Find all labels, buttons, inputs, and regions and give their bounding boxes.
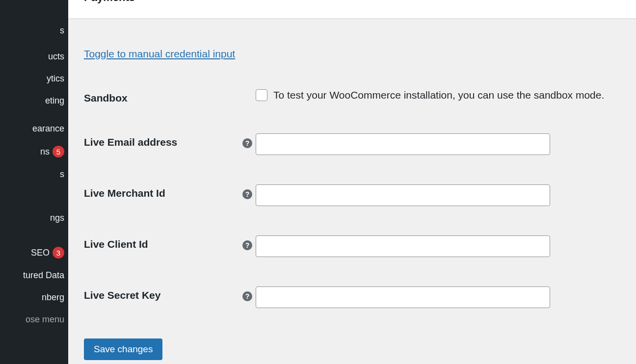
live-client-id-input[interactable] bbox=[256, 235, 550, 257]
page-title: Payments bbox=[84, 0, 135, 4]
sidebar-item-label: s bbox=[60, 26, 64, 36]
field-label: Live Secret Key bbox=[84, 286, 239, 301]
toggle-credential-input-link[interactable]: Toggle to manual credential input bbox=[84, 48, 235, 59]
notification-badge: 3 bbox=[53, 247, 64, 259]
settings-form: Toggle to manual credential input Sandbo… bbox=[68, 19, 636, 364]
sandbox-description: To test your WooCommerce installation, y… bbox=[273, 89, 604, 101]
sidebar-item-label: s bbox=[60, 169, 64, 180]
save-changes-button[interactable]: Save changes bbox=[84, 338, 162, 360]
sidebar-item[interactable]: tured Data bbox=[0, 264, 68, 286]
sidebar-item[interactable]: eting bbox=[0, 90, 68, 112]
field-label: Live Email address bbox=[84, 133, 239, 148]
sidebar-item-label: tured Data bbox=[23, 270, 64, 281]
sidebar-item[interactable]: ytics bbox=[0, 68, 68, 90]
sidebar-item-label: earance bbox=[32, 124, 64, 134]
sidebar-item[interactable]: earance bbox=[0, 118, 68, 140]
help-icon[interactable]: ? bbox=[242, 240, 252, 250]
input-col: To test your WooCommerce installation, y… bbox=[256, 89, 604, 101]
sidebar-item-label: ytics bbox=[47, 74, 64, 84]
form-row-live-secret-key: Live Secret Key ? bbox=[84, 286, 620, 308]
sidebar-item-label: nberg bbox=[42, 292, 64, 303]
form-row-live-email: Live Email address ? bbox=[84, 133, 620, 155]
help-icon[interactable]: ? bbox=[242, 189, 252, 199]
field-label: Live Merchant Id bbox=[84, 184, 239, 199]
help-icon[interactable]: ? bbox=[242, 138, 252, 148]
sidebar-item[interactable]: nberg bbox=[0, 286, 68, 309]
top-bar: Payments bbox=[68, 0, 636, 19]
help-col bbox=[239, 89, 256, 94]
sidebar-item[interactable]: s bbox=[0, 20, 68, 42]
sidebar-item[interactable]: s bbox=[0, 163, 68, 185]
sidebar-item[interactable]: ns 5 bbox=[0, 140, 68, 163]
field-label: Sandbox bbox=[84, 89, 239, 104]
sidebar-item-label: ns bbox=[40, 147, 50, 157]
sidebar-item[interactable]: SEO 3 bbox=[0, 241, 68, 264]
sandbox-checkbox[interactable] bbox=[256, 89, 267, 101]
sidebar-item-label: ngs bbox=[50, 213, 64, 223]
form-row-sandbox: Sandbox To test your WooCommerce install… bbox=[84, 89, 620, 104]
sidebar-item[interactable]: ucts bbox=[0, 46, 68, 68]
admin-sidebar: s ucts ytics eting earance ns 5 s ngs SE… bbox=[0, 0, 68, 364]
help-icon[interactable]: ? bbox=[242, 291, 252, 301]
sidebar-item[interactable]: ngs bbox=[0, 207, 68, 229]
main-content: Payments Toggle to manual credential inp… bbox=[68, 0, 636, 364]
live-merchant-id-input[interactable] bbox=[256, 184, 550, 206]
sidebar-item-label: eting bbox=[45, 96, 64, 106]
sidebar-item-label: ucts bbox=[48, 52, 64, 62]
field-label: Live Client Id bbox=[84, 235, 239, 250]
live-secret-key-input[interactable] bbox=[256, 286, 550, 308]
sidebar-item-label: ose menu bbox=[26, 314, 64, 325]
collapse-menu[interactable]: ose menu bbox=[0, 309, 68, 331]
live-email-input[interactable] bbox=[256, 133, 550, 155]
form-row-live-merchant-id: Live Merchant Id ? bbox=[84, 184, 620, 206]
sidebar-item[interactable] bbox=[0, 229, 68, 241]
form-row-live-client-id: Live Client Id ? bbox=[84, 235, 620, 257]
sidebar-item-label: SEO bbox=[31, 248, 50, 258]
notification-badge: 5 bbox=[53, 146, 64, 157]
sidebar-item[interactable] bbox=[0, 185, 68, 207]
